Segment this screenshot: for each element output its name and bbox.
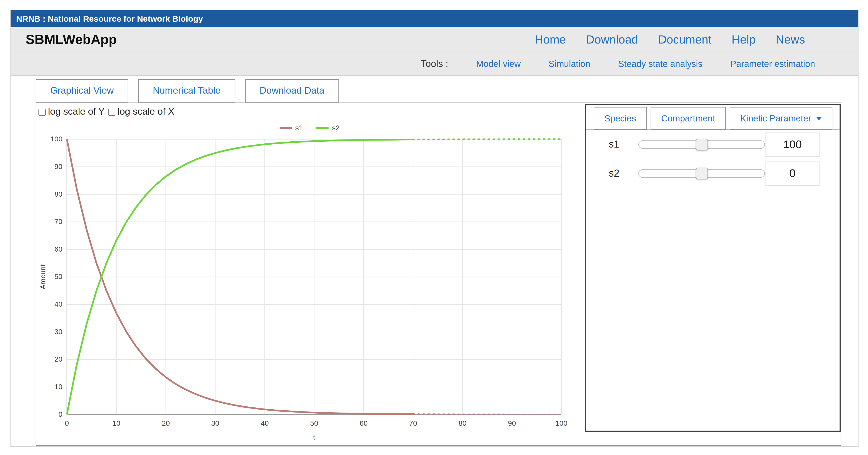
species-rows: s1 s2 <box>586 130 840 188</box>
main-nav: Home Download Document Help News <box>535 33 805 46</box>
y-tick-label: 30 <box>54 328 62 336</box>
species-row: s2 <box>586 159 840 188</box>
parameter-tabs: Species Compartment Kinetic Parameter <box>586 105 840 130</box>
nav-link-help[interactable]: Help <box>732 33 755 46</box>
app-window: NRNB : National Resource for Network Bio… <box>10 10 859 447</box>
legend-label-s2: s2 <box>332 124 340 132</box>
y-tick-label: 100 <box>50 135 62 143</box>
x-tick-label: 30 <box>211 419 219 427</box>
panel-tab-compartment[interactable]: Compartment <box>651 107 726 130</box>
tab-numerical-table[interactable]: Numerical Table <box>138 79 235 102</box>
y-tick-label: 20 <box>54 355 62 363</box>
log-scale-x-label: log scale of X <box>118 106 175 118</box>
x-tick-label: 50 <box>310 419 318 427</box>
x-tick-label: 100 <box>555 419 567 427</box>
species-s1-label: s1 <box>609 138 638 150</box>
species-row: s1 <box>586 130 840 159</box>
tools-label: Tools : <box>421 58 448 69</box>
panel-tab-compartment-label: Compartment <box>661 113 715 123</box>
toolbar-link-simulation[interactable]: Simulation <box>549 59 590 69</box>
y-tick-label: 10 <box>54 383 62 391</box>
log-scale-x-option[interactable]: log scale of X <box>108 106 174 118</box>
x-tick-label: 10 <box>113 419 121 427</box>
species-s1-slider[interactable] <box>638 140 765 149</box>
log-scale-y-checkbox[interactable] <box>38 108 46 116</box>
y-tick-label: 90 <box>54 162 62 170</box>
view-tabs: Graphical View Numerical Table Download … <box>36 79 841 102</box>
x-tick-label: 90 <box>508 419 516 427</box>
chart-area: log scale of Y log scale of X 0102030405… <box>36 103 575 445</box>
y-tick-label: 80 <box>54 190 62 198</box>
species-s2-label: s2 <box>609 167 638 179</box>
x-tick-label: 70 <box>409 419 417 427</box>
nav-link-news[interactable]: News <box>776 33 805 46</box>
tab-download-data[interactable]: Download Data <box>245 79 339 102</box>
chart-wrapper: 0102030405060708090100010203040506070809… <box>37 120 572 443</box>
tab-graphical-view[interactable]: Graphical View <box>36 79 128 102</box>
log-scale-y-label: log scale of Y <box>48 106 105 118</box>
x-tick-label: 20 <box>162 419 170 427</box>
toolbar-link-steady-state-analysis[interactable]: Steady state analysis <box>618 59 703 69</box>
nav-link-download[interactable]: Download <box>586 33 638 46</box>
panel-tab-species-label: Species <box>604 113 636 123</box>
tools-toolbar: Tools : Model view Simulation Steady sta… <box>11 53 858 76</box>
simulation-panel: log scale of Y log scale of X 0102030405… <box>36 102 841 446</box>
log-scale-y-option[interactable]: log scale of Y <box>38 106 105 118</box>
main-content: Graphical View Numerical Table Download … <box>11 76 858 446</box>
y-tick-label: 70 <box>54 218 62 226</box>
x-axis-label: t <box>67 433 561 442</box>
y-tick-label: 0 <box>58 410 62 418</box>
panel-tab-kinetic-parameter[interactable]: Kinetic Parameter <box>730 107 832 130</box>
y-tick-label: 40 <box>54 300 62 308</box>
caret-down-icon <box>816 117 822 120</box>
log-scale-x-checkbox[interactable] <box>108 108 115 116</box>
y-tick-label: 50 <box>54 272 62 281</box>
app-header: SBMLWebApp Home Download Document Help N… <box>11 27 858 53</box>
app-title: SBMLWebApp <box>26 32 117 47</box>
y-axis-label: Amount <box>38 264 47 289</box>
species-s2-slider[interactable] <box>638 169 765 177</box>
simulation-chart: 0102030405060708090100010203040506070809… <box>37 120 572 443</box>
site-titlebar: NRNB : National Resource for Network Bio… <box>11 10 858 27</box>
species-s2-slider-thumb[interactable] <box>695 167 708 179</box>
panel-tab-species[interactable]: Species <box>594 107 647 130</box>
species-s2-amount-input[interactable] <box>765 161 820 185</box>
y-tick-label: 60 <box>54 245 62 253</box>
panel-tab-kinetic-parameter-label: Kinetic Parameter <box>740 113 811 123</box>
x-tick-label: 40 <box>261 419 269 427</box>
species-s1-slider-thumb[interactable] <box>695 138 708 150</box>
toolbar-link-parameter-estimation[interactable]: Parameter estimation <box>730 59 815 69</box>
parameter-side-panel: Species Compartment Kinetic Parameter s1 <box>585 104 841 432</box>
nav-link-home[interactable]: Home <box>535 33 566 46</box>
species-s1-amount-input[interactable] <box>765 132 820 156</box>
x-tick-label: 80 <box>459 419 467 427</box>
x-tick-label: 0 <box>65 419 69 427</box>
x-tick-label: 60 <box>360 419 368 427</box>
log-scale-options: log scale of Y log scale of X <box>37 105 575 119</box>
nav-link-document[interactable]: Document <box>658 33 711 46</box>
legend-label-s1: s1 <box>295 124 303 132</box>
toolbar-link-model-view[interactable]: Model view <box>476 59 521 69</box>
